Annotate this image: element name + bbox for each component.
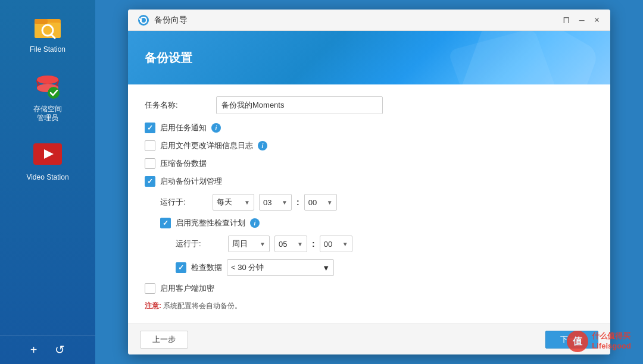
watermark-text-block: 什么值得买 Lifeisgood	[592, 331, 631, 352]
compress-label: 压缩备份数据	[160, 158, 207, 169]
enable-file-log-label: 启用文件更改详细信息日志	[160, 140, 253, 151]
notify-info-icon[interactable]: i	[211, 123, 221, 133]
svg-rect-2	[35, 19, 48, 24]
sidebar: File Station 存储空间 管理员 Video Station + ↺	[0, 0, 95, 364]
minute-value: 00	[308, 198, 317, 207]
dialog-body: 任务名称: 启用任务通知 i 启用文件更改详细信息日志 i 压缩备份数据	[128, 84, 610, 324]
enable-file-log-row: 启用文件更改详细信息日志 i	[145, 140, 594, 151]
encrypt-checkbox[interactable]	[145, 283, 155, 294]
integrity-run-at-row: 运行于: 周日 ▼ 05 ▼ : 00 ▼	[176, 236, 594, 252]
integrity-hour-value: 05	[279, 240, 287, 249]
dialog-header-banner: 备份设置	[128, 31, 610, 84]
hour-arrow: ▼	[282, 199, 288, 206]
enable-schedule-row: 启动备份计划管理	[145, 176, 594, 187]
hour-value: 03	[263, 198, 271, 207]
integrity-check-checkbox[interactable]	[160, 218, 171, 228]
integrity-hour-select[interactable]: 05 ▼	[274, 236, 307, 252]
duration-select[interactable]: < 30 分钟 ▼	[227, 259, 334, 276]
integrity-info-icon[interactable]: i	[250, 218, 260, 228]
integrity-frequency-value: 周日	[232, 239, 248, 249]
history-button[interactable]: ↺	[55, 343, 65, 357]
dialog-titlebar: 备份向导 ⊓ – ×	[128, 10, 610, 31]
main-content: 备份向导 ⊓ – × 备份设置 任务名称: 启用任务通知 i	[95, 0, 643, 364]
svg-point-6	[37, 76, 58, 84]
encrypt-row: 启用客户端加密	[145, 283, 594, 294]
minute-select[interactable]: 00 ▼	[304, 194, 337, 211]
integrity-freq-arrow: ▼	[260, 241, 266, 247]
sidebar-item-storage-label: 存储空间 管理员	[33, 105, 62, 123]
check-data-label: 检查数据	[191, 262, 222, 273]
storage-manager-icon	[32, 70, 63, 101]
backup-wizard-dialog: 备份向导 ⊓ – × 备份设置 任务名称: 启用任务通知 i	[128, 10, 610, 354]
task-name-input[interactable]	[216, 96, 383, 114]
notice-prefix: 注意:	[145, 302, 161, 310]
integrity-minute-arrow: ▼	[342, 241, 348, 247]
add-button[interactable]: +	[30, 343, 38, 357]
frequency-arrow: ▼	[244, 199, 250, 206]
integrity-frequency-select[interactable]: 周日 ▼	[228, 236, 270, 252]
sidebar-item-file-station[interactable]: File Station	[9, 6, 86, 59]
enable-notify-label: 启用任务通知	[160, 123, 207, 133]
watermark-line2: Lifeisgood	[592, 341, 631, 352]
run-at-row: 运行于: 每天 ▼ 03 ▼ : 00 ▼	[160, 194, 594, 211]
task-name-row: 任务名称:	[145, 96, 594, 114]
enable-schedule-checkbox[interactable]	[145, 176, 155, 187]
time-separator: :	[296, 197, 299, 207]
integrity-indent: 运行于: 周日 ▼ 05 ▼ : 00 ▼	[160, 236, 594, 276]
enable-schedule-label: 启动备份计划管理	[160, 176, 222, 187]
video-station-icon	[32, 139, 63, 170]
pin-button[interactable]: ⊓	[561, 14, 571, 26]
dialog-section-title: 备份设置	[145, 50, 192, 66]
frequency-value: 每天	[217, 197, 232, 208]
dialog-title-text: 备份向导	[154, 15, 188, 26]
enable-notify-checkbox[interactable]	[145, 123, 155, 133]
compress-row: 压缩备份数据	[145, 158, 594, 169]
backup-app-icon	[138, 14, 149, 26]
file-station-icon	[32, 11, 63, 42]
sidebar-item-video-station[interactable]: Video Station	[9, 134, 86, 187]
sidebar-bottom-bar: + ↺	[0, 335, 95, 364]
prev-button[interactable]: 上一步	[140, 331, 188, 349]
dialog-title-left: 备份向导	[138, 14, 188, 26]
check-data-checkbox[interactable]	[176, 262, 186, 273]
sidebar-item-video-label: Video Station	[26, 173, 68, 183]
compress-checkbox[interactable]	[145, 158, 155, 169]
schedule-indent: 运行于: 每天 ▼ 03 ▼ : 00 ▼	[145, 194, 594, 276]
task-name-label: 任务名称:	[145, 100, 216, 111]
minute-arrow: ▼	[327, 199, 333, 206]
svg-point-11	[138, 15, 149, 26]
duration-arrow: ▼	[322, 263, 330, 272]
integrity-minute-value: 00	[324, 240, 332, 249]
hour-select[interactable]: 03 ▼	[259, 194, 292, 211]
run-at-label: 运行于:	[160, 197, 208, 208]
close-button[interactable]: ×	[593, 14, 601, 26]
dialog-footer: 上一步 下一步	[128, 324, 610, 354]
integrity-minute-select[interactable]: 00 ▼	[320, 236, 352, 252]
notice-row: 注意: 系统配置将会自动备份。	[145, 301, 594, 311]
sidebar-item-file-station-label: File Station	[30, 45, 65, 55]
check-data-row: 检查数据 < 30 分钟 ▼	[176, 259, 594, 276]
notice-text: 系统配置将会自动备份。	[163, 302, 242, 310]
integrity-time-sep: :	[312, 239, 315, 249]
duration-value: < 30 分钟	[231, 262, 264, 273]
sidebar-item-storage-manager[interactable]: 存储空间 管理员	[9, 65, 86, 128]
watermark-line1: 什么值得买	[592, 331, 631, 341]
svg-point-8	[48, 87, 60, 99]
integrity-check-row: 启用完整性检查计划 i	[160, 218, 594, 228]
enable-file-log-checkbox[interactable]	[145, 140, 155, 151]
integrity-check-label: 启用完整性检查计划	[176, 218, 245, 228]
encrypt-label: 启用客户端加密	[160, 283, 214, 294]
frequency-select[interactable]: 每天 ▼	[213, 194, 254, 211]
minimize-button[interactable]: –	[578, 14, 586, 26]
integrity-hour-arrow: ▼	[297, 241, 303, 247]
svg-marker-12	[140, 19, 142, 22]
watermark-badge: 值	[567, 331, 588, 352]
watermark: 值 什么值得买 Lifeisgood	[567, 331, 631, 352]
enable-notify-row: 启用任务通知 i	[145, 123, 594, 133]
file-log-info-icon[interactable]: i	[258, 141, 267, 150]
integrity-run-at-label: 运行于:	[176, 239, 223, 249]
dialog-title-controls: ⊓ – ×	[561, 14, 601, 26]
